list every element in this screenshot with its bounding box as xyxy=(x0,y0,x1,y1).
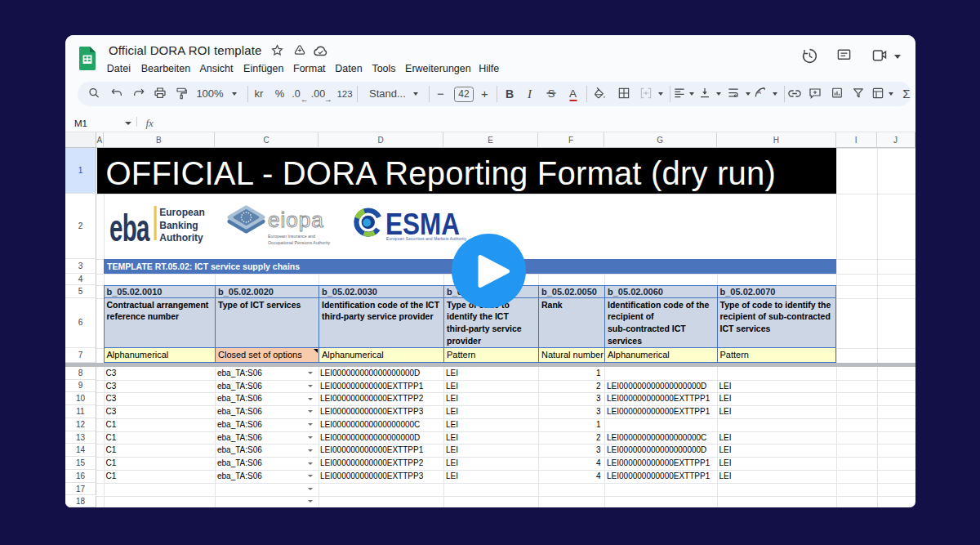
svg-text:Authority: Authority xyxy=(159,231,203,244)
svg-text:European: European xyxy=(159,206,205,219)
svg-text:eba: eba xyxy=(109,208,150,245)
svg-text:eiopa: eiopa xyxy=(268,208,324,232)
svg-text:ESMA: ESMA xyxy=(385,208,460,241)
svg-text:European Insurance and: European Insurance and xyxy=(268,234,315,239)
svg-text:Banking: Banking xyxy=(159,218,198,231)
svg-text:A: A xyxy=(757,90,761,96)
svg-text:Occupational Pensions Authorit: Occupational Pensions Authority xyxy=(268,240,331,245)
